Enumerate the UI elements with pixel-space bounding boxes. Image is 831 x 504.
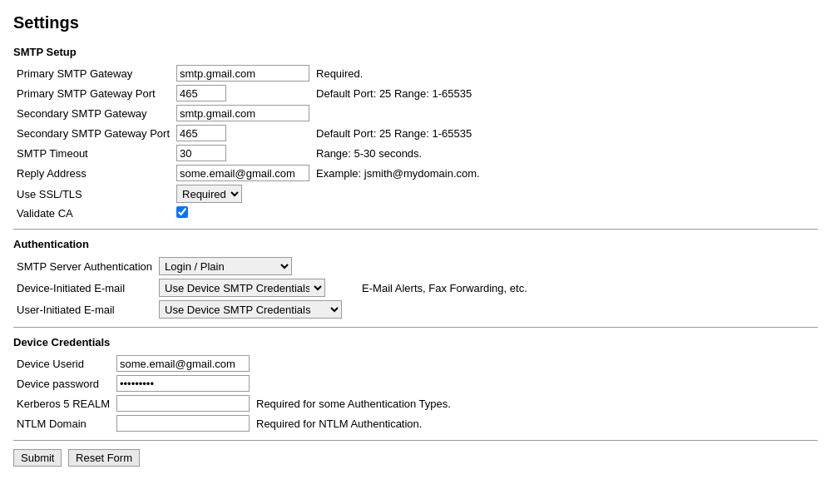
smtp-timeout-label: SMTP Timeout (13, 143, 173, 163)
primary-port-input[interactable] (176, 85, 226, 101)
user-email-input-cell: Use Device SMTP Credentials System Other (156, 299, 345, 320)
divider-1 (13, 229, 818, 230)
secondary-gateway-hint (313, 103, 483, 123)
primary-gateway-input[interactable] (176, 65, 309, 82)
authentication-section: Authentication SMTP Server Authenticatio… (13, 238, 818, 320)
smtp-timeout-input-cell (173, 143, 313, 163)
reset-button[interactable]: Reset Form (68, 449, 140, 467)
kerberos-label: Kerberos 5 REALM (13, 393, 113, 413)
device-password-input[interactable] (116, 375, 250, 392)
table-row: Use SSL/TLS Required None SSL/TLS (13, 183, 483, 205)
buttons-row: Submit Reset Form (13, 449, 818, 467)
primary-port-label: Primary SMTP Gateway Port (13, 83, 173, 103)
kerberos-hint: Required for some Authentication Types. (253, 393, 454, 413)
table-row: Secondary SMTP Gateway Port Default Port… (13, 123, 483, 143)
authentication-title: Authentication (13, 238, 818, 250)
secondary-gateway-input-cell (173, 103, 313, 123)
validate-ca-checkbox[interactable] (176, 206, 188, 218)
ntlm-hint: Required for NTLM Authentication. (253, 413, 454, 433)
smtp-auth-input-cell: Login / Plain None NTLM Kerberos 5 (156, 255, 345, 277)
device-credentials-title: Device Credentials (13, 336, 818, 348)
device-email-label: Device-Initiated E-mail (13, 277, 156, 299)
user-email-label: User-Initiated E-mail (13, 299, 156, 320)
secondary-gateway-label: Secondary SMTP Gateway (13, 103, 173, 123)
device-password-label: Device password (13, 373, 113, 393)
ntlm-input[interactable] (116, 415, 250, 432)
reply-address-hint: Example: jsmith@mydomain.com. (313, 163, 483, 183)
divider-3 (13, 440, 818, 441)
table-row: NTLM Domain Required for NTLM Authentica… (13, 413, 454, 433)
kerberos-input-cell (113, 393, 253, 413)
smtp-timeout-input[interactable] (176, 145, 226, 161)
table-row: Secondary SMTP Gateway (13, 103, 483, 123)
smtp-setup-section: SMTP Setup Primary SMTP Gateway Required… (13, 46, 818, 222)
credentials-table: Device Userid Device password Kerberos 5… (13, 353, 454, 433)
authentication-table: SMTP Server Authentication Login / Plain… (13, 255, 531, 320)
table-row: Kerberos 5 REALM Required for some Authe… (13, 393, 454, 413)
primary-port-hint: Default Port: 25 Range: 1-65535 (313, 83, 483, 103)
primary-gateway-hint: Required. (313, 63, 483, 83)
secondary-gateway-input[interactable] (176, 105, 309, 121)
smtp-setup-title: SMTP Setup (13, 46, 818, 58)
smtp-auth-label: SMTP Server Authentication (13, 255, 156, 277)
reply-address-input[interactable] (176, 165, 309, 181)
reply-address-label: Reply Address (13, 163, 173, 183)
secondary-port-hint: Default Port: 25 Range: 1-65535 (313, 123, 483, 143)
device-email-select[interactable]: Use Device SMTP Credentials System Other (159, 279, 325, 297)
submit-button[interactable]: Submit (13, 449, 62, 467)
device-email-input-cell: Use Device SMTP Credentials System Other (156, 277, 345, 299)
device-password-input-cell (113, 373, 253, 393)
secondary-port-input[interactable] (176, 125, 226, 141)
use-ssl-input-cell: Required None SSL/TLS (173, 183, 313, 205)
table-row: Primary SMTP Gateway Required. (13, 63, 483, 83)
device-userid-input[interactable] (116, 355, 250, 372)
table-row: Validate CA (13, 205, 483, 222)
device-userid-label: Device Userid (13, 353, 113, 373)
secondary-port-label: Secondary SMTP Gateway Port (13, 123, 173, 143)
device-userid-input-cell (113, 353, 253, 373)
secondary-port-input-cell (173, 123, 313, 143)
reply-address-input-cell (173, 163, 313, 183)
smtp-auth-select[interactable]: Login / Plain None NTLM Kerberos 5 (159, 257, 292, 275)
user-email-select[interactable]: Use Device SMTP Credentials System Other (159, 300, 342, 319)
use-ssl-select[interactable]: Required None SSL/TLS (176, 185, 242, 203)
primary-port-input-cell (173, 83, 313, 103)
ntlm-label: NTLM Domain (13, 413, 113, 433)
use-ssl-label: Use SSL/TLS (13, 183, 173, 205)
primary-gateway-label: Primary SMTP Gateway (13, 63, 173, 83)
table-row: User-Initiated E-mail Use Device SMTP Cr… (13, 299, 531, 320)
smtp-timeout-hint: Range: 5-30 seconds. (313, 143, 483, 163)
ntlm-input-cell (113, 413, 253, 433)
validate-ca-input-cell (173, 205, 313, 222)
primary-gateway-input-cell (173, 63, 313, 83)
table-row: Device password (13, 373, 454, 393)
device-credentials-section: Device Credentials Device Userid Device … (13, 336, 818, 433)
kerberos-input[interactable] (116, 395, 250, 412)
table-row: Device-Initiated E-mail Use Device SMTP … (13, 277, 531, 299)
table-row: Device Userid (13, 353, 454, 373)
divider-2 (13, 327, 818, 328)
page-title: Settings (13, 13, 818, 32)
validate-ca-label: Validate CA (13, 205, 173, 222)
device-email-hint: E-Mail Alerts, Fax Forwarding, etc. (345, 277, 531, 299)
table-row: SMTP Server Authentication Login / Plain… (13, 255, 531, 277)
table-row: Reply Address Example: jsmith@mydomain.c… (13, 163, 483, 183)
smtp-setup-table: Primary SMTP Gateway Required. Primary S… (13, 63, 483, 222)
table-row: Primary SMTP Gateway Port Default Port: … (13, 83, 483, 103)
table-row: SMTP Timeout Range: 5-30 seconds. (13, 143, 483, 163)
